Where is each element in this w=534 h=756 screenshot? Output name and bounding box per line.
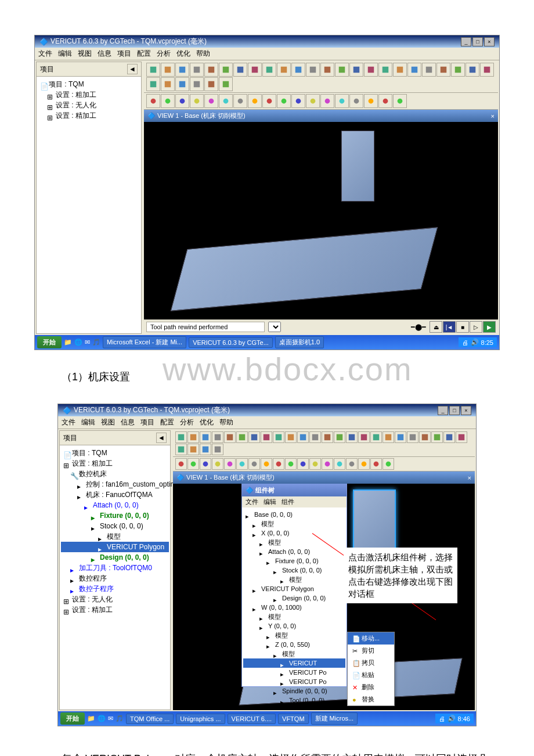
toolbar-button[interactable] [480,63,494,77]
minimize-button[interactable]: _ [461,37,471,46]
toolbar-button[interactable] [370,458,382,470]
tree-node[interactable]: ▸Design (0, 0, 0) [61,552,169,563]
tree-node[interactable]: ▸W (0, 0, 1000) [243,603,345,612]
toolbar-button[interactable] [219,94,233,108]
tree-node[interactable]: ▸Fixture (0, 0, 0) [243,556,345,566]
collapse-icon[interactable]: ◄ [127,64,138,74]
toolbar-button[interactable] [175,77,189,91]
toolbar-button[interactable] [161,63,175,77]
toolbar-button[interactable] [364,63,378,77]
tree-node[interactable]: ▸VERICUT [243,658,345,668]
menu-config[interactable]: 配置 [160,417,174,427]
toolbar-button[interactable] [395,431,406,443]
tree-node[interactable]: 🔧数控机床 [61,469,169,479]
menu-info[interactable]: 信息 [121,417,135,427]
slider-icon[interactable]: ━⬤━ [411,323,426,331]
toolbar-button[interactable] [248,431,260,443]
menu-view[interactable]: 视图 [101,417,115,427]
toolbar-button[interactable] [233,94,247,108]
taskbar-item[interactable]: TQM Office ... [126,714,174,724]
taskbar-item[interactable]: 新建 Micros... [311,712,358,725]
toolbar-button[interactable] [291,63,305,77]
toolbar-button[interactable] [212,444,223,455]
minimize-button[interactable]: _ [438,406,448,415]
stop-button[interactable]: ■ [456,321,469,333]
toolbar-button[interactable] [451,63,465,77]
taskbar-item[interactable]: 桌面摄影机1.0 [275,336,324,348]
menu-optimize[interactable]: 优化 [200,417,214,427]
close-button[interactable]: × [484,37,495,46]
tree-node[interactable]: ▸模型 [61,531,169,542]
toolbar-button[interactable] [431,431,443,443]
toolbar-button[interactable] [322,431,333,443]
toolbar-button[interactable] [204,63,218,77]
toolbar-button[interactable] [349,63,363,77]
toolbar-button[interactable] [393,94,407,108]
menu-analysis[interactable]: 分析 [180,417,194,427]
toolbar-button[interactable] [346,431,358,443]
toolbar-button[interactable] [309,431,321,443]
tree-node[interactable]: ▸模型 [243,519,345,528]
toolbar-button[interactable] [335,94,349,108]
toolbar-button[interactable] [358,458,370,470]
toolbar-button[interactable] [204,77,218,91]
context-menu[interactable]: 📄移动... ✂剪切 📋拷贝 📄粘贴 ✕删除 ●替换 [347,632,395,706]
tree-node[interactable]: ▸Z (0, 0, 550) [243,640,345,649]
menu-optimize[interactable]: 优化 [176,49,190,59]
tree-node[interactable]: ▸Design (0, 0, 0) [243,593,345,603]
toolbar-button[interactable] [224,431,236,443]
toolbar-button[interactable] [212,458,223,470]
taskbar-item[interactable]: Microsoft Excel - 新建 Mi... [103,336,186,348]
tree-node[interactable]: ▸模型 [243,649,345,658]
tree-node[interactable]: ▸数控子程序 [61,584,169,594]
view-close-icon[interactable]: × [491,113,495,120]
toolbar-button[interactable] [334,431,345,443]
play-button[interactable]: ▶ [483,321,496,333]
tree-node[interactable]: ⊞设置 : 粗加工 [61,458,169,469]
toolbar-button[interactable] [219,77,233,91]
tree-node[interactable]: ▸模型 [243,575,345,584]
toolbar-button[interactable] [187,431,199,443]
toolbar-button[interactable] [291,94,305,108]
tree-node[interactable]: ▸Tool (0, 0, 0) [243,696,345,705]
toolbar-button[interactable] [146,94,160,108]
tree-node[interactable]: 📄项目 : TQM [61,448,169,458]
toolbar-button[interactable] [175,444,187,455]
taskbar-item[interactable]: VERICUT 6.... [228,714,276,724]
3d-viewport[interactable] [144,122,498,319]
tree-node[interactable]: ▸Base (0, 0, 0) [243,510,345,519]
tree-node[interactable]: ▸VERICUT Po [243,668,345,677]
tree-node[interactable]: ▸VERICUT Po [243,677,345,686]
taskbar-item[interactable]: VERICUT 6.0.3 by CGTe... [189,337,273,348]
menu-analysis[interactable]: 分析 [157,49,171,59]
toolbar-button[interactable] [277,94,291,108]
toolbar-button[interactable] [190,63,204,77]
start-button[interactable]: 开始 [37,336,62,348]
toolbar-button[interactable] [334,458,345,470]
toolbar-button[interactable] [161,94,175,108]
skip-back-button[interactable]: |◄ [443,321,456,333]
toolbar-button[interactable] [273,458,284,470]
menu-config[interactable]: 配置 [137,49,151,59]
toolbar-button[interactable] [358,431,370,443]
tree-node[interactable]: ▸Spindle (0, 0, 0) [243,686,345,696]
toolbar-button[interactable] [422,63,436,77]
tree-node[interactable]: ▸数控程序 [61,573,169,584]
tree-node[interactable]: ▸Fixture (0, 0, 0) [61,510,169,521]
eject-button[interactable]: ⏏ [430,321,442,333]
tree-node[interactable]: ▸模型 [243,631,345,640]
tree-node[interactable]: ▸Attach (0, 0, 0) [243,547,345,556]
view-close-icon[interactable]: × [468,474,471,481]
toolbar-button[interactable] [200,444,211,455]
tree-node[interactable]: ⊞设置 : 精加工 [38,110,140,121]
project-tree[interactable]: 📄项目 : TQM⊞设置 : 粗加工🔧数控机床▸控制 : fan16m_cust… [60,445,170,659]
toolbar-button[interactable] [190,77,204,91]
toolbar-button[interactable] [146,63,160,77]
tree-node[interactable]: ▸VERICUT Polygon [243,584,345,593]
3d-viewport[interactable]: 🔷 组件树 文件 编辑 组件 ▸Base (0, 0, 0)▸模型▸X (0, … [173,484,475,710]
toolbar-button[interactable] [219,63,233,77]
system-tray[interactable]: 🖨🔊 8:46 [435,714,474,723]
toolbar-button[interactable] [320,94,334,108]
tree-node[interactable]: ▸机床 : FanucOfTQMA [61,489,169,500]
toolbar-button[interactable] [262,63,276,77]
